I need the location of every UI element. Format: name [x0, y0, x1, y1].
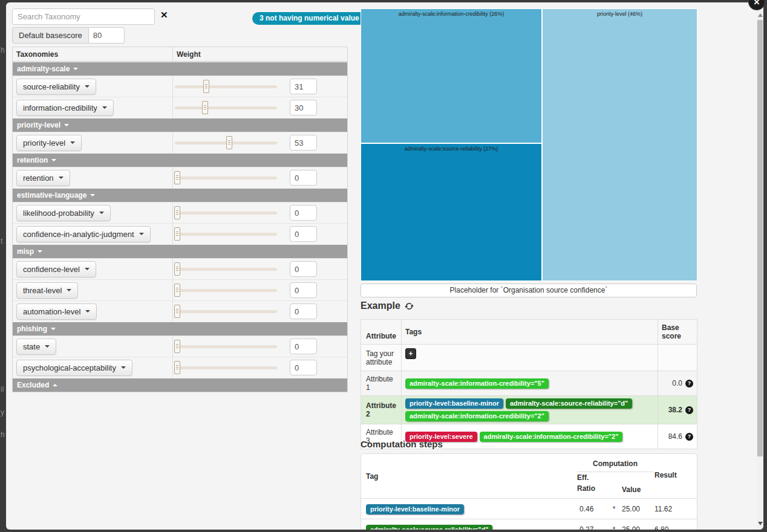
- taxonomy-tag: priority-level:baseline-minor: [366, 504, 464, 514]
- clear-search-icon[interactable]: ✕: [160, 10, 168, 19]
- slider-handle[interactable]: [174, 262, 180, 276]
- weight-slider[interactable]: [175, 212, 277, 215]
- taxonomy-table-header: Taxonomies Weight: [13, 47, 347, 62]
- taxonomy-row-automation-level: automation-level: [13, 300, 347, 322]
- predicate-dropdown[interactable]: threat-level: [16, 282, 78, 299]
- taxonomy-group-excluded[interactable]: Excluded: [13, 378, 347, 392]
- caret-down-icon: [121, 366, 126, 369]
- taxonomy-group-misp[interactable]: misp: [13, 244, 347, 258]
- refresh-icon[interactable]: [405, 302, 414, 311]
- operator: *: [606, 505, 622, 513]
- predicate-dropdown[interactable]: source-reliability: [16, 79, 96, 95]
- slider-handle[interactable]: [202, 101, 208, 114]
- weight-input[interactable]: [290, 303, 317, 319]
- predicate-dropdown[interactable]: state: [16, 339, 56, 355]
- column-header-result: Result: [654, 454, 697, 498]
- scrollbar-thumb[interactable]: [757, 20, 763, 456]
- weight-input[interactable]: [290, 282, 317, 298]
- slider-handle[interactable]: [203, 80, 209, 93]
- predicate-label: state: [23, 342, 40, 351]
- default-basescore-input[interactable]: [89, 27, 125, 44]
- slider-handle[interactable]: [174, 206, 180, 219]
- weight-slider[interactable]: [175, 177, 277, 180]
- base-score-value: 84.6: [668, 432, 682, 441]
- question-circle-icon[interactable]: ?: [685, 433, 693, 441]
- vertical-scrollbar[interactable]: [757, 10, 763, 530]
- eff-ratio-value: 0.27: [576, 525, 606, 530]
- predicate-dropdown[interactable]: likelihood-probability: [16, 205, 111, 221]
- weight-slider[interactable]: [175, 268, 277, 271]
- scroll-down-arrow-icon[interactable]: [758, 522, 763, 525]
- predicate-label: information-credibility: [23, 103, 97, 112]
- weight-slider[interactable]: [175, 233, 277, 236]
- weight-slider[interactable]: [175, 345, 277, 348]
- slider-handle[interactable]: [174, 284, 180, 297]
- scroll-up-arrow-icon[interactable]: [758, 13, 763, 17]
- weight-treemap: admiralty-scale:information-credibility …: [361, 8, 697, 281]
- default-basescore-group: Default basescore: [12, 27, 125, 44]
- taxonomy-group-admiralty-scale[interactable]: admiralty-scale: [13, 62, 347, 76]
- example-row-attribute-2: Attribute 2 priority-level:baseline-mino…: [361, 395, 697, 424]
- slider-handle[interactable]: [174, 227, 180, 241]
- weight-input[interactable]: [290, 79, 317, 94]
- weight-input[interactable]: [290, 205, 317, 221]
- taxonomy-group-retention[interactable]: retention: [13, 153, 347, 167]
- caret-down-icon: [90, 194, 95, 196]
- taxonomy-group-estimative-language[interactable]: estimative-language: [13, 188, 347, 202]
- weight-slider[interactable]: [175, 289, 277, 292]
- caret-down-icon: [73, 68, 78, 70]
- slider-handle[interactable]: [174, 305, 180, 318]
- slider-handle[interactable]: [226, 136, 232, 149]
- weight-slider[interactable]: [175, 310, 277, 313]
- weight-slider[interactable]: [175, 85, 277, 88]
- weight-input[interactable]: [290, 261, 317, 277]
- treemap-label: admiralty-scale:source-reliability (27%): [405, 146, 498, 152]
- question-circle-icon[interactable]: ?: [685, 406, 693, 414]
- weight-input[interactable]: [290, 135, 317, 151]
- background-text-fragment: h: [1, 430, 6, 439]
- weight-input[interactable]: [290, 170, 317, 186]
- question-circle-icon[interactable]: ?: [685, 380, 693, 388]
- add-tag-button[interactable]: +: [405, 348, 416, 359]
- weight-slider[interactable]: [175, 141, 277, 144]
- slider-handle[interactable]: [174, 171, 180, 184]
- tag-numerical-value: 25.00: [622, 505, 654, 513]
- predicate-label: likelihood-probability: [23, 209, 94, 218]
- slider-handle[interactable]: [174, 340, 180, 353]
- treemap-block-priority-level: priority-level (46%): [543, 9, 697, 281]
- column-header-attribute: Attribute: [361, 320, 401, 344]
- weight-input[interactable]: [290, 100, 317, 115]
- caret-down-icon: [85, 85, 90, 88]
- predicate-dropdown[interactable]: confidence-level: [16, 261, 96, 277]
- weight-slider[interactable]: [175, 366, 277, 369]
- column-header-value: Value: [622, 485, 654, 494]
- base-score-value: 38.2: [668, 406, 682, 414]
- taxonomy-row-psychological-acceptability: psychological-acceptability: [13, 357, 347, 378]
- predicate-label: psychological-acceptability: [23, 363, 116, 372]
- taxonomy-group-priority-level[interactable]: priority-level: [13, 118, 347, 132]
- search-input[interactable]: [12, 8, 155, 25]
- slider-handle[interactable]: [174, 361, 180, 374]
- predicate-dropdown[interactable]: priority-level: [16, 135, 82, 151]
- caret-down-icon: [139, 233, 144, 235]
- weight-input[interactable]: [290, 360, 317, 375]
- predicate-dropdown[interactable]: automation-level: [16, 303, 97, 320]
- predicate-label: source-reliability: [23, 82, 80, 91]
- taxonomy-tag: admiralty-scale:source-reliability="d": [366, 525, 492, 530]
- predicate-dropdown[interactable]: information-credibility: [16, 100, 114, 116]
- computation-row: admiralty-scale:source-reliability="d" 0…: [361, 519, 697, 530]
- taxonomy-group-phishing[interactable]: phishing: [13, 322, 347, 336]
- weight-input[interactable]: [290, 226, 317, 242]
- caret-down-icon: [38, 250, 42, 253]
- base-score-value: 0.0: [672, 379, 682, 388]
- taxonomy-row-confidence-level: confidence-level: [13, 258, 347, 279]
- predicate-label: threat-level: [23, 286, 62, 295]
- predicate-dropdown[interactable]: confidence-in-analytic-judgment: [16, 226, 151, 242]
- weight-slider[interactable]: [175, 106, 277, 109]
- predicate-dropdown[interactable]: retention: [16, 170, 70, 186]
- caret-up-icon: [53, 384, 57, 386]
- example-row-attribute-1: Attribute 1 admiralty-scale:information-…: [361, 371, 697, 395]
- weight-input[interactable]: [290, 339, 317, 354]
- predicate-dropdown[interactable]: psychological-acceptability: [16, 360, 132, 376]
- column-header-computation: Computation: [577, 459, 653, 472]
